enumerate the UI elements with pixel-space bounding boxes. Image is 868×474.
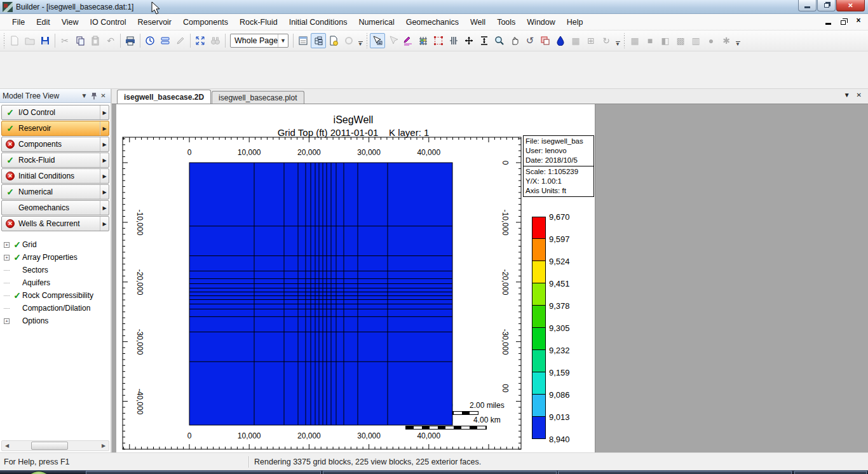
taskbar-button[interactable] xyxy=(558,471,792,474)
edit-button[interactable] xyxy=(173,33,188,48)
menu-help[interactable]: Help xyxy=(561,15,589,29)
toolbar-overflow-button[interactable]: ▼ xyxy=(614,33,621,48)
section-numerical[interactable]: ✓ Numerical ▶ xyxy=(1,184,109,200)
pointer-mode-button[interactable] xyxy=(385,33,400,48)
close-button[interactable]: ✕ xyxy=(836,0,865,11)
grid-rotate-button[interactable]: ↻ xyxy=(599,33,614,48)
pan-button[interactable] xyxy=(507,33,522,48)
mdi-close-button[interactable]: × xyxy=(854,17,863,25)
tree-item-grid[interactable]: + ✓ Grid xyxy=(4,238,111,251)
section-expand-arrow-icon[interactable]: ▶ xyxy=(100,217,109,231)
save-button[interactable] xyxy=(37,33,53,48)
menu-file[interactable]: File xyxy=(6,15,31,29)
section-rock-fluid[interactable]: ✓ Rock-Fluid ▶ xyxy=(1,152,109,168)
grid-probe-button[interactable] xyxy=(416,33,431,48)
panel-close-button[interactable]: ✕ xyxy=(98,91,108,100)
sphere-button[interactable]: ● xyxy=(703,33,719,48)
menu-well[interactable]: Well xyxy=(465,15,491,29)
scrollbar-thumb[interactable] xyxy=(31,442,68,450)
menu-view[interactable]: View xyxy=(56,15,85,29)
taskbar-button[interactable] xyxy=(323,471,557,474)
mdi-restore-button[interactable] xyxy=(839,17,848,25)
tree-item-options[interactable]: + Options xyxy=(4,315,111,327)
section-expand-arrow-icon[interactable]: ▶ xyxy=(100,185,109,199)
burst-button[interactable]: ✱ xyxy=(719,33,734,48)
menu-io-control[interactable]: IO Control xyxy=(85,15,132,29)
menu-rock-fluid[interactable]: Rock-Fluid xyxy=(234,15,283,29)
probe-mode-button[interactable] xyxy=(370,33,385,48)
zoom-extents-button[interactable] xyxy=(193,33,208,48)
section-wells-recurrent[interactable]: ✕ Wells & Recurrent ▶ xyxy=(1,216,109,231)
toolbar-drag-handle[interactable] xyxy=(3,33,6,48)
tab-close-button[interactable]: ✕ xyxy=(857,91,862,98)
plot-canvas[interactable]: iSegWell Grid Top (ft) 2011-01-01 K laye… xyxy=(116,104,595,453)
tree-horizontal-scrollbar[interactable]: ◀ ▶ xyxy=(1,440,109,451)
section-expand-arrow-icon[interactable]: ▶ xyxy=(100,153,109,167)
print-button[interactable] xyxy=(123,33,138,48)
zoom-button[interactable] xyxy=(492,33,507,48)
mdi-minimize-button[interactable] xyxy=(824,17,832,25)
layers-button[interactable] xyxy=(158,33,173,48)
draw-mode-button[interactable] xyxy=(400,33,416,48)
menu-numerical[interactable]: Numerical xyxy=(353,15,400,29)
toolbar-drag-handle[interactable] xyxy=(623,33,626,48)
section-components[interactable]: ✕ Components ▶ xyxy=(1,137,109,152)
tab-plot-view[interactable]: isegwell_basecase.plot xyxy=(212,91,304,104)
tree-item-aquifers[interactable]: Aquifers xyxy=(4,276,111,289)
panel-pin-button[interactable] xyxy=(89,91,98,100)
toolbar-drag-handle[interactable] xyxy=(365,33,369,48)
expand-plus-icon[interactable]: + xyxy=(4,242,10,248)
toolbar-overflow-button[interactable]: ▼ xyxy=(356,33,364,48)
section-expand-arrow-icon[interactable]: ▶ xyxy=(100,169,109,183)
new-file-button[interactable] xyxy=(7,33,22,48)
scroll-right-arrow-icon[interactable]: ▶ xyxy=(98,441,109,450)
expand-plus-icon[interactable]: + xyxy=(4,255,10,261)
section-expand-arrow-icon[interactable]: ▶ xyxy=(100,137,109,151)
annotation-button[interactable] xyxy=(326,33,341,48)
reservoir-grid[interactable] xyxy=(189,162,453,426)
page-zoom-select[interactable]: Whole Page ▼ xyxy=(230,34,288,48)
restore-button[interactable] xyxy=(817,0,836,11)
toolbar-overflow-button[interactable]: ▼ xyxy=(734,33,742,48)
undo-button[interactable]: ↶ xyxy=(103,33,118,48)
copy-region-button[interactable] xyxy=(538,33,553,48)
taskbar-button[interactable] xyxy=(86,471,321,474)
open-file-button[interactable] xyxy=(22,33,37,48)
section-initial-conditions[interactable]: ✕ Initial Conditions ▶ xyxy=(1,168,109,184)
menu-reservoir[interactable]: Reservoir xyxy=(132,15,178,29)
scrollbar-track[interactable] xyxy=(12,441,98,450)
model-tree-view-button[interactable] xyxy=(311,33,326,48)
select-region-button[interactable] xyxy=(431,33,446,48)
find-button[interactable] xyxy=(208,33,223,48)
grid-move-button[interactable]: ⊞ xyxy=(583,33,599,48)
move-button[interactable] xyxy=(461,33,477,48)
menu-initial-conditions[interactable]: Initial Conditions xyxy=(283,15,353,29)
refine-grid-button[interactable]: ▩ xyxy=(673,33,688,48)
menu-window[interactable]: Window xyxy=(521,15,560,29)
copy-button[interactable] xyxy=(72,33,88,48)
section-expand-arrow-icon[interactable]: ▶ xyxy=(100,105,109,119)
block-pattern-button[interactable]: ▥ xyxy=(688,33,703,48)
menu-tools[interactable]: Tools xyxy=(491,15,521,29)
record-button[interactable] xyxy=(341,33,356,48)
section-reservoir[interactable]: ✓ Reservoir ▶ xyxy=(1,121,109,136)
i-direction-button[interactable] xyxy=(446,33,461,48)
tab-list-button[interactable]: ▼ xyxy=(844,91,850,98)
panel-menu-button[interactable]: ▼ xyxy=(79,91,89,100)
tab-2d-view[interactable]: isegwell_basecase.2D xyxy=(117,90,211,104)
fit-height-button[interactable] xyxy=(477,33,492,48)
minimize-button[interactable] xyxy=(798,0,817,11)
tree-item-array-properties[interactable]: + ✓ Array Properties xyxy=(4,251,111,264)
start-button[interactable] xyxy=(25,471,52,474)
tree-item-rock-compressibility[interactable]: ✓ Rock Compressibility xyxy=(4,289,111,302)
taskbar-button[interactable] xyxy=(794,471,867,474)
tree-item-compaction-dilation[interactable]: Compaction/Dilation xyxy=(4,302,111,315)
show-grid-button[interactable]: ▦ xyxy=(627,33,642,48)
menu-components[interactable]: Components xyxy=(177,15,234,29)
section-geomechanics[interactable]: Geomechanics ▶ xyxy=(1,200,109,215)
cut-button[interactable]: ✂ xyxy=(57,33,72,48)
menu-edit[interactable]: Edit xyxy=(31,15,56,29)
section-io-control[interactable]: ✓ I/O Control ▶ xyxy=(1,105,109,120)
scroll-left-arrow-icon[interactable]: ◀ xyxy=(2,441,12,450)
time-step-button[interactable] xyxy=(142,33,158,48)
